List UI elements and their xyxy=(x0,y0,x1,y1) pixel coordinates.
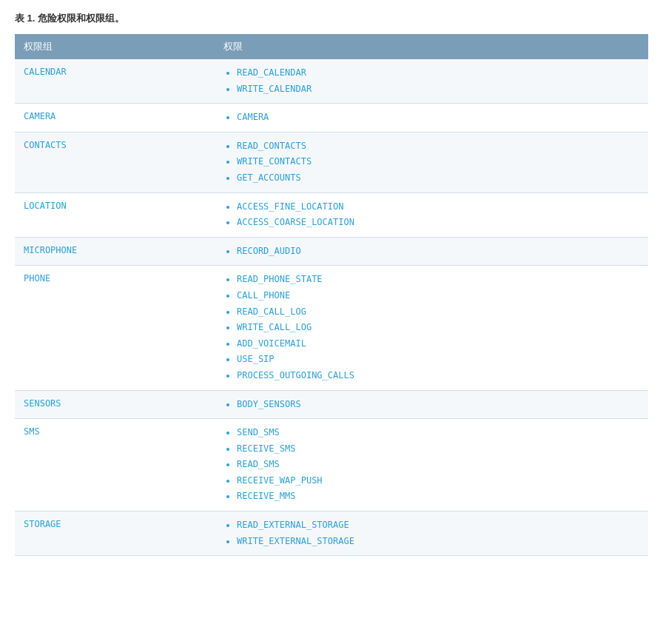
group-cell: LOCATION xyxy=(15,192,215,237)
permissions-cell: CAMERA xyxy=(215,104,648,133)
group-cell: PHONE xyxy=(15,266,215,390)
permissions-cell: READ_EXTERNAL_STORAGEWRITE_EXTERNAL_STOR… xyxy=(215,511,648,556)
table-row: CAMERACAMERA xyxy=(15,104,648,133)
table-header: 权限组 权限 xyxy=(15,34,648,59)
table-row: CALENDARREAD_CALENDARWRITE_CALENDAR xyxy=(15,59,648,104)
list-item: WRITE_CALL_LOG xyxy=(237,320,639,336)
table-row: STORAGEREAD_EXTERNAL_STORAGEWRITE_EXTERN… xyxy=(15,511,648,556)
list-item: WRITE_EXTERNAL_STORAGE xyxy=(237,534,639,550)
list-item: RECEIVE_WAP_PUSH xyxy=(237,473,639,489)
list-item: PROCESS_OUTGOING_CALLS xyxy=(237,368,639,384)
list-item: RECEIVE_MMS xyxy=(237,489,639,505)
group-cell: SMS xyxy=(15,419,215,511)
list-item: READ_CALL_LOG xyxy=(237,304,639,321)
list-item: WRITE_CONTACTS xyxy=(237,154,639,170)
group-cell: SENSORS xyxy=(15,390,215,419)
table-row: CONTACTSREAD_CONTACTSWRITE_CONTACTSGET_A… xyxy=(15,132,648,192)
permissions-table: 权限组 权限 CALENDARREAD_CALENDARWRITE_CALEND… xyxy=(15,34,648,556)
permissions-cell: SEND_SMSRECEIVE_SMSREAD_SMSRECEIVE_WAP_P… xyxy=(215,419,648,511)
list-item: READ_CONTACTS xyxy=(237,138,639,155)
group-cell: MICROPHONE xyxy=(15,237,215,266)
table-body: CALENDARREAD_CALENDARWRITE_CALENDARCAMER… xyxy=(15,59,648,556)
list-item: READ_CALENDAR xyxy=(237,65,639,81)
list-item: WRITE_CALENDAR xyxy=(237,81,639,98)
list-item: BODY_SENSORS xyxy=(237,397,639,413)
list-item: RECEIVE_SMS xyxy=(237,441,639,457)
permissions-cell: BODY_SENSORS xyxy=(215,390,648,419)
permissions-cell: ACCESS_FINE_LOCATIONACCESS_COARSE_LOCATI… xyxy=(215,192,648,237)
list-item: RECORD_AUDIO xyxy=(237,244,639,260)
permissions-cell: READ_CALENDARWRITE_CALENDAR xyxy=(215,59,648,104)
group-cell: CALENDAR xyxy=(15,59,215,104)
table-row: SMSSEND_SMSRECEIVE_SMSREAD_SMSRECEIVE_WA… xyxy=(15,419,648,511)
col-header-permission: 权限 xyxy=(215,34,648,59)
list-item: READ_PHONE_STATE xyxy=(237,272,639,288)
table-row: MICROPHONERECORD_AUDIO xyxy=(15,237,648,266)
table-row: PHONEREAD_PHONE_STATECALL_PHONEREAD_CALL… xyxy=(15,266,648,390)
list-item: READ_EXTERNAL_STORAGE xyxy=(237,517,639,534)
list-item: ACCESS_FINE_LOCATION xyxy=(237,199,639,215)
list-item: SEND_SMS xyxy=(237,425,639,441)
list-item: CAMERA xyxy=(237,110,639,126)
list-item: CALL_PHONE xyxy=(237,288,639,304)
group-cell: CAMERA xyxy=(15,104,215,133)
permissions-cell: READ_CONTACTSWRITE_CONTACTSGET_ACCOUNTS xyxy=(215,132,648,192)
table-row: SENSORSBODY_SENSORS xyxy=(15,390,648,419)
list-item: GET_ACCOUNTS xyxy=(237,170,639,187)
permissions-cell: READ_PHONE_STATECALL_PHONEREAD_CALL_LOGW… xyxy=(215,266,648,390)
permissions-cell: RECORD_AUDIO xyxy=(215,237,648,266)
table-title: 表 1. 危险权限和权限组。 xyxy=(15,12,648,25)
list-item: ACCESS_COARSE_LOCATION xyxy=(237,215,639,231)
list-item: USE_SIP xyxy=(237,352,639,368)
group-cell: STORAGE xyxy=(15,511,215,556)
table-row: LOCATIONACCESS_FINE_LOCATIONACCESS_COARS… xyxy=(15,192,648,237)
list-item: ADD_VOICEMAIL xyxy=(237,336,639,352)
group-cell: CONTACTS xyxy=(15,132,215,192)
col-header-group: 权限组 xyxy=(15,34,215,59)
list-item: READ_SMS xyxy=(237,457,639,473)
